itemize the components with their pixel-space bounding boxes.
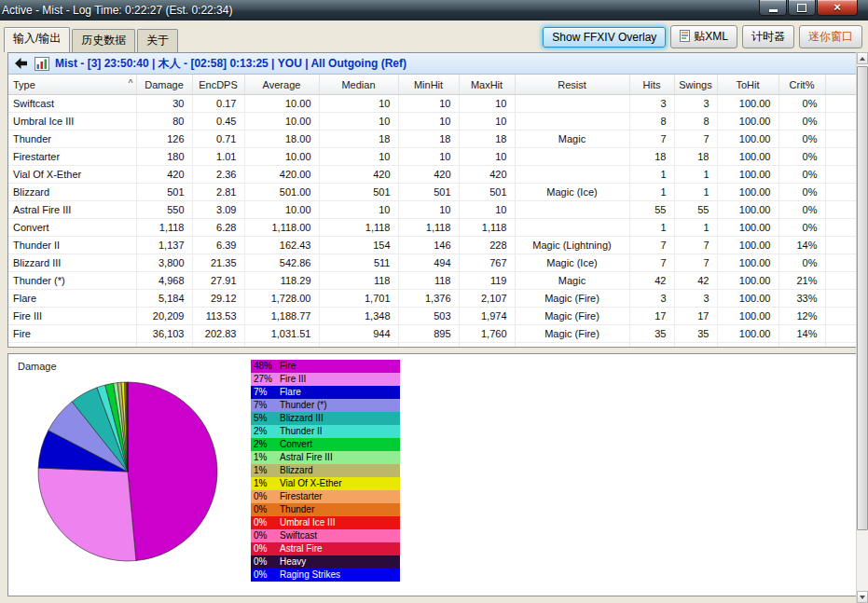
cell-filler	[825, 113, 856, 130]
back-button[interactable]	[12, 55, 29, 72]
column-header-crit[interactable]: Crit%	[778, 75, 825, 95]
legend-percent: 0%	[254, 555, 280, 569]
cell-filler	[825, 325, 856, 343]
table-row-fire[interactable]: Fire36,103202.831,031.519448951,760Magic…	[8, 325, 856, 343]
legend-item-vial-of-x-ether[interactable]: 1%Vial Of X-Ether	[251, 477, 400, 490]
table-row-thunder-ii[interactable]: Thunder II1,1376.39162.43154146228Magic …	[8, 237, 856, 254]
table-row-thunder[interactable]: Thunder1260.7118.00181818Magic77100.000%	[8, 130, 856, 148]
column-header-swings[interactable]: Swings	[674, 75, 717, 95]
scroll-up-button[interactable]	[857, 52, 868, 64]
cell: Flare	[8, 290, 136, 308]
cell: 30	[136, 95, 192, 113]
table-row-swiftcast[interactable]: Swiftcast300.1710.0010101033100.000%	[8, 95, 856, 113]
legend-item-umbral-ice-iii[interactable]: 0%Umbral Ice III	[251, 516, 400, 529]
cell: Thunder II	[8, 237, 136, 254]
legend-item-raging-strikes[interactable]: 0%Raging Strikes	[251, 569, 400, 582]
legend-item-thunder[interactable]: 7%Thunder (*)	[251, 399, 400, 412]
legend-item-astral-fire-iii[interactable]: 1%Astral Fire III	[251, 451, 400, 464]
cell: 1,348	[319, 308, 398, 325]
encounter-title: Mist - [3] 23:50:40 | 木人 - [02:58] 0:13:…	[55, 56, 406, 72]
table-row-blizzard[interactable]: Blizzard5012.81501.00501501501Magic (Ice…	[8, 184, 856, 201]
cell: 55	[629, 201, 674, 219]
table-row-fire-iii[interactable]: Fire III20,209113.531,188.771,3485031,97…	[8, 308, 856, 325]
cell: 10.00	[244, 113, 319, 130]
scrollbar-thumb[interactable]	[857, 66, 868, 530]
cell: 1,188.77	[244, 308, 319, 325]
damage-pie-chart[interactable]	[36, 380, 219, 563]
table-row-flare[interactable]: Flare5,18429.121,728.001,7011,3762,107Ma…	[8, 290, 856, 308]
table-row-all[interactable]: All74,476418.40354.65118102,107All210210…	[8, 343, 856, 349]
cell: 100.00	[717, 237, 778, 254]
column-header-encdps[interactable]: EncDPS	[192, 75, 244, 95]
titlebar[interactable]: Active - Mist - Log Time: 0:22:27 (Est. …	[0, 0, 868, 21]
legend-item-astral-fire[interactable]: 0%Astral Fire	[251, 542, 400, 555]
column-header-minhit[interactable]: MinHit	[398, 75, 459, 95]
xml-export-button[interactable]: 贴XML	[670, 25, 737, 48]
tab-input-output[interactable]: 输入/输出	[4, 27, 70, 52]
cell: 8	[674, 113, 717, 130]
cell: 202.83	[192, 325, 244, 343]
cell: Magic (Fire)	[515, 308, 629, 325]
legend-percent: 5%	[254, 412, 280, 425]
legend-item-blizzard[interactable]: 1%Blizzard	[251, 464, 400, 477]
timer-button[interactable]: 计时器	[742, 25, 794, 48]
legend-item-fire[interactable]: 48%Fire	[251, 360, 400, 373]
graph-view-button[interactable]	[34, 55, 50, 72]
column-header-average[interactable]: Average	[244, 75, 319, 95]
cell: Blizzard III	[8, 254, 136, 272]
column-header-damage[interactable]: Damage	[136, 75, 192, 95]
table-row-firestarter[interactable]: Firestarter1801.0110.001010101818100.000…	[8, 148, 856, 166]
column-header-resist[interactable]: Resist	[515, 75, 629, 95]
cell	[515, 148, 629, 166]
legend-label: Blizzard	[280, 465, 313, 475]
legend-item-thunder[interactable]: 0%Thunder	[251, 503, 400, 516]
legend-item-convert[interactable]: 2%Convert	[251, 438, 400, 451]
chart-legend: 48%Fire27%Fire III7%Flare7%Thunder (*)5%…	[251, 360, 400, 582]
cell: 18	[674, 148, 717, 166]
legend-item-swiftcast[interactable]: 0%Swiftcast	[251, 529, 400, 542]
cell: 0.17	[192, 95, 244, 113]
cell: 42	[629, 272, 674, 290]
cell: 180	[136, 148, 192, 166]
top-buttons: Show FFXIV Overlay 贴XML 计时器 迷你窗口	[543, 25, 862, 48]
tab-history-data[interactable]: 历史数据	[72, 29, 135, 52]
tab-about[interactable]: 关于	[137, 29, 178, 52]
cell: 1,118	[398, 219, 459, 237]
legend-item-fire-iii[interactable]: 27%Fire III	[251, 373, 400, 386]
cell: 7	[629, 130, 674, 148]
show-ffxiv-overlay-button[interactable]: Show FFXIV Overlay	[543, 27, 666, 48]
scroll-down-button[interactable]	[857, 591, 868, 603]
tabs: 输入/输出 历史数据 关于	[4, 27, 180, 52]
column-header-maxhit[interactable]: MaxHit	[459, 75, 515, 95]
cell: 1	[674, 219, 717, 237]
column-header-median[interactable]: Median	[319, 75, 398, 95]
legend-item-thunder-ii[interactable]: 2%Thunder II	[251, 425, 400, 438]
table-row-thunder[interactable]: Thunder (*)4,96827.91118.29118118119Magi…	[8, 272, 856, 290]
mini-window-button[interactable]: 迷你窗口	[799, 25, 862, 48]
pie-slice-fire[interactable]	[128, 382, 217, 561]
vertical-scrollbar[interactable]	[856, 52, 868, 603]
legend-label: Convert	[280, 439, 312, 449]
cell: 118	[319, 343, 398, 349]
legend-item-flare[interactable]: 7%Flare	[251, 386, 400, 399]
restore-button[interactable]	[788, 0, 816, 16]
pie-slice-fire-iii[interactable]	[38, 468, 136, 561]
minimize-button[interactable]	[759, 0, 787, 16]
table-row-umbral-ice-iii[interactable]: Umbral Ice III800.4510.0010101088100.000…	[8, 113, 856, 130]
column-header-type[interactable]: Type^	[8, 75, 136, 95]
legend-item-firestarter[interactable]: 0%Firestarter	[251, 490, 400, 503]
table-row-blizzard-iii[interactable]: Blizzard III3,80021.35542.86511494767Mag…	[8, 254, 856, 272]
table-row-convert[interactable]: Convert1,1186.281,118.001,1181,1181,1181…	[8, 219, 856, 237]
cell: 7	[674, 237, 717, 254]
legend-item-heavy[interactable]: 0%Heavy	[251, 555, 400, 569]
cell: 18.00	[244, 130, 319, 148]
table-row-astral-fire-iii[interactable]: Astral Fire III5503.0910.001010105555100…	[8, 201, 856, 219]
legend-item-blizzard-iii[interactable]: 5%Blizzard III	[251, 412, 400, 425]
column-header-tohit[interactable]: ToHit	[717, 75, 778, 95]
scroll-up-icon	[860, 57, 865, 61]
cell: 895	[398, 325, 459, 343]
table-row-vial-of-x-ether[interactable]: Vial Of X-Ether4202.36420.00420420420111…	[8, 166, 856, 184]
column-header-hits[interactable]: Hits	[629, 75, 674, 95]
cell: 1,701	[319, 290, 398, 308]
close-button[interactable]: ×	[817, 0, 858, 16]
